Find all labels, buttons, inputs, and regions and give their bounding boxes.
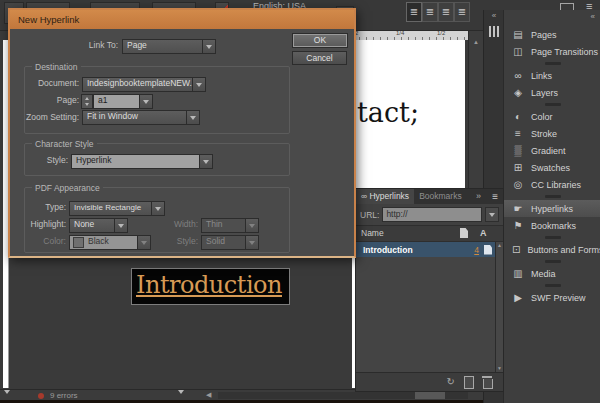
dock-item-stroke[interactable]: ≡ Stroke [504,125,600,142]
dock-item-cc-libraries[interactable]: ◎ CC Libraries [504,176,600,193]
chevron-down-icon [203,160,209,164]
character-style-value: Hyperlink [72,155,199,168]
url-row: URL: http:// [356,204,503,225]
hyperlinks-list-header: Name A [356,225,503,242]
chevron-down-icon [249,241,255,245]
hyperlink-text-label: Introduction [136,271,282,299]
horizontal-scrollbar[interactable] [218,392,468,399]
hyperlink-list-item[interactable]: Introduction 4 [356,242,496,257]
hyperlink-name: Introduction [363,245,474,255]
buttons-and-forms-icon: ⊡ [512,244,520,255]
panel-overflow-icon[interactable]: » [476,189,481,204]
chevron-down-icon [118,224,124,228]
document-value: IndesignbooktemplateNEW.i... [83,78,192,91]
tab-hyperlinks-label: Hyperlinks [369,191,409,201]
dock-item-layers[interactable]: ◈ Layers [504,84,600,101]
zoom-setting-select[interactable]: Fit in Window [82,110,200,125]
dock-item-swf-preview[interactable]: ▶ SWF Preview [504,289,600,306]
new-hyperlink-dialog: New Hyperlink Link To: Page OK Cancel De… [8,8,356,258]
color-swatch [73,237,84,248]
library-panel-icon[interactable] [489,26,499,37]
hyperlink-page-number[interactable]: 4 [474,245,479,255]
pdf-appearance-legend: PDF Appearance [32,183,103,193]
highlight-select[interactable]: None [69,218,128,233]
dock-item-label: SWF Preview [531,293,586,303]
url-input[interactable]: http:// [382,207,481,222]
paragraph-style-button[interactable]: ≣ [438,2,454,22]
tab-hyperlinks[interactable]: ∞ Hyperlinks [356,189,414,204]
dock-separator [504,193,600,200]
width-value: Thin [202,219,245,232]
dock-item-links[interactable]: ∞ Links [504,67,600,84]
paragraph-style-button[interactable]: ≣ [422,2,438,22]
stroke-style-select-disabled: Solid [201,235,259,250]
dock-item-label: Page Transitions [531,47,598,57]
zoom-setting-label: Zoom Setting: [25,112,79,123]
swatches-icon: ⊞ [512,162,524,173]
step-up-icon[interactable] [85,97,89,100]
dock-item-label: Pages [531,30,557,40]
list-scrollbar[interactable]: ▲ ▼ [495,242,503,372]
dialog-title-bar[interactable]: New Hyperlink [10,10,354,29]
cancel-button[interactable]: Cancel [292,51,347,65]
character-style-legend: Character Style [32,139,97,149]
type-label: Type: [25,202,66,213]
link-to-select[interactable]: Page [122,39,216,54]
page-stepper[interactable] [81,94,93,109]
chevron-down-icon [206,45,212,49]
dock-item-swatches[interactable]: ⊞ Swatches [504,159,600,176]
create-new-hyperlink-icon[interactable] [464,376,474,389]
gradient-icon: ▒ [512,145,524,156]
scroll-left-icon[interactable]: ◀ [206,391,211,399]
paragraph-style-button[interactable]: ≣ [454,2,470,22]
dock-item-page-transitions[interactable]: ◫ Page Transitions [504,43,600,60]
horizontal-scrollbar-thumb[interactable] [415,392,445,399]
dock-collapse-chevrons-icon[interactable]: « [504,10,600,26]
dock-item-media[interactable]: ▥ Media [504,265,600,282]
panel-dock: « ▤ Pages ◫ Page Transitions ∞ Links ◈ L… [503,10,600,403]
character-style-select[interactable]: Hyperlink [71,154,213,169]
document-text: tact; [357,97,419,128]
dock-item-gradient[interactable]: ▒ Gradient [504,142,600,159]
ok-button[interactable]: OK [292,33,348,48]
url-dropdown-arrow[interactable] [485,207,499,222]
type-select[interactable]: Invisible Rectangle [69,201,165,216]
collapse-chevrons-icon[interactable]: « [484,10,504,22]
chevron-down-icon [489,213,495,217]
dock-item-label: Gradient [531,146,566,156]
panel-menu-icon[interactable]: ≡ [492,189,498,204]
paragraph-style-button[interactable]: ≣ [406,2,422,22]
document-select[interactable]: IndesignbooktemplateNEW.i... [82,77,206,92]
width-select-disabled: Thin [201,218,259,233]
step-down-icon[interactable] [85,103,89,106]
delete-hyperlink-icon[interactable] [483,379,493,389]
dock-item-label: Hyperlinks [531,204,573,214]
dock-item-pages[interactable]: ▤ Pages [504,26,600,43]
dock-item-bookmarks[interactable]: ⚑ Bookmarks [504,217,600,234]
stroke-icon: ≡ [512,128,524,139]
dock-item-label: Links [531,71,552,81]
scroll-up-icon[interactable]: ▲ [473,39,479,45]
update-hyperlink-icon[interactable]: ↻ [447,377,455,387]
layers-icon: ◈ [512,87,524,98]
ruler-label: 1/4 [396,30,404,37]
name-column-header[interactable]: Name [361,228,384,238]
highlight-label: Highlight: [25,219,66,230]
dock-item-color[interactable]: ◐ Color [504,108,600,125]
page-combo[interactable]: a1 [93,94,153,109]
highlight-value: None [70,219,114,232]
go-to-destination-icon[interactable] [484,245,492,255]
scroll-up-icon[interactable]: ▲ [497,242,502,249]
cc-libraries-icon: ◎ [512,179,524,190]
stroke-style-value: Solid [202,236,245,249]
tab-bookmarks[interactable]: Bookmarks [414,189,467,204]
selected-hyperlink-text[interactable]: Introduction [132,269,289,304]
zoom-setting-value: Fit in Window [83,111,186,124]
indesign-application-window: English: USA ≣ ≣ ≣ ≣ ≡ 2 1/4 1/2 tact; I… [0,0,600,403]
scroll-down-icon[interactable]: ▼ [497,365,502,372]
dock-item-buttons-and-forms[interactable]: ⊡ Buttons and Forms [504,241,600,258]
dialog-body: Link To: Page OK Cancel Destination Docu… [10,29,354,256]
dock-item-hyperlinks[interactable]: ☛ Hyperlinks [504,200,600,217]
stroke-style-label: Style: [145,236,198,247]
preflight-error-count[interactable]: 9 errors [50,391,78,400]
